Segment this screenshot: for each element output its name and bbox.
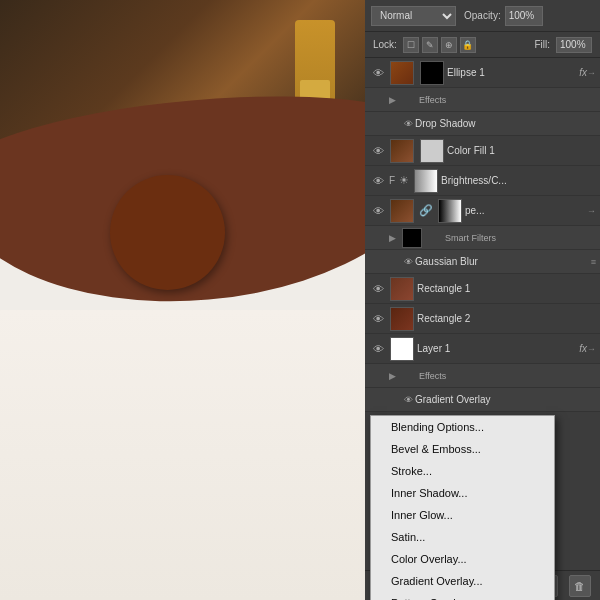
visibility-effects2[interactable]: ▶ [385, 369, 399, 383]
lock-move-btn[interactable]: ⊕ [441, 37, 457, 53]
visibility-smartfilters[interactable]: ▶ [385, 231, 399, 245]
thumb-mask-colorfill1 [420, 139, 444, 163]
effects-label-1: Effects [399, 95, 596, 105]
layer-row-effects1: ▶ Effects [365, 88, 600, 112]
visibility-effects1[interactable]: ▶ [385, 93, 399, 107]
lock-label: Lock: [373, 39, 397, 50]
effects-label-2: Effects [399, 371, 596, 381]
layer-name-brightness1: Brightness/C... [441, 175, 596, 186]
thumb-colorfill1 [390, 139, 414, 163]
fill-input[interactable] [556, 37, 592, 53]
menu-label-satin: Satin... [391, 531, 425, 543]
opacity-label: Opacity: [464, 10, 501, 21]
layer-name-layer1: Layer 1 [417, 343, 576, 354]
menu-label-color-overlay: Color Overlay... [391, 553, 467, 565]
canvas-area [0, 0, 365, 600]
menu-label-inner-glow: Inner Glow... [391, 509, 453, 521]
menu-item-bevel-emboss[interactable]: Bevel & Emboss... [371, 438, 554, 460]
ellipse-shape [110, 175, 225, 290]
thumb-mask-ellipse1 [420, 61, 444, 85]
visibility-ellipse1[interactable]: 👁 [369, 64, 387, 82]
menu-item-stroke[interactable]: Stroke... [371, 460, 554, 482]
thumb-pe1 [390, 199, 414, 223]
scroll-arrow-pe1: → [587, 206, 596, 216]
thumb-brightness1 [414, 169, 438, 193]
menu-item-satin[interactable]: Satin... [371, 526, 554, 548]
menu-label-bevel-emboss: Bevel & Emboss... [391, 443, 481, 455]
lock-pixels-btn[interactable]: ☐ [403, 37, 419, 53]
visibility-pe1[interactable]: 👁 [369, 202, 387, 220]
lock-all-btn[interactable]: 🔒 [460, 37, 476, 53]
menu-item-pattern-overlay[interactable]: Pattern Overlay... [371, 592, 554, 600]
layer-row-rect2[interactable]: 👁 Rectangle 2 [365, 304, 600, 334]
effect-name-dropshadow1: Drop Shadow [415, 118, 596, 129]
menu-item-gradient-overlay[interactable]: Gradient Overlay... [371, 570, 554, 592]
layer-row-effects2: ▶ Effects [365, 364, 600, 388]
visibility-brightness1[interactable]: 👁 [369, 172, 387, 190]
chain-icon-pe1: 🔗 [419, 204, 433, 217]
menu-label-stroke: Stroke... [391, 465, 432, 477]
visibility-colorfill1[interactable]: 👁 [369, 142, 387, 160]
menu-item-inner-glow[interactable]: Inner Glow... [371, 504, 554, 526]
layer-row-smartfilters: ▶ Smart Filters [365, 226, 600, 250]
layer-row-colorfill1[interactable]: 👁 Color Fill 1 [365, 136, 600, 166]
blend-opacity-bar: Normal Multiply Screen Opacity: [365, 0, 600, 32]
layer-row-ellipse1[interactable]: 👁 Ellipse 1 fx → [365, 58, 600, 88]
visibility-rect2[interactable]: 👁 [369, 310, 387, 328]
layer-row-rect1[interactable]: 👁 Rectangle 1 [365, 274, 600, 304]
context-menu: Blending Options... Bevel & Emboss... St… [370, 415, 555, 600]
menu-label-gradient-overlay: Gradient Overlay... [391, 575, 483, 587]
layer-row-gaussianblur[interactable]: 👁 Gaussian Blur ≡ [365, 250, 600, 274]
delete-layer-btn[interactable]: 🗑 [569, 575, 591, 597]
layer-name-rect1: Rectangle 1 [417, 283, 596, 294]
lock-position-btn[interactable]: ✎ [422, 37, 438, 53]
menu-item-inner-shadow[interactable]: Inner Shadow... [371, 482, 554, 504]
fx-badge-layer1: fx [579, 343, 587, 354]
special-icon-brightness: F [389, 175, 395, 186]
layer-row-layer1[interactable]: 👁 Layer 1 fx → [365, 334, 600, 364]
blend-mode-select[interactable]: Normal Multiply Screen [371, 6, 456, 26]
lock-icons-group: ☐ ✎ ⊕ 🔒 [403, 37, 476, 53]
thumb-rect1 [390, 277, 414, 301]
thumb-ellipse1 [390, 61, 414, 85]
thumb-smartfilters [402, 228, 422, 248]
layer-row-gradoverlay[interactable]: 👁 Gradient Overlay [365, 388, 600, 412]
thumb-layer1 [390, 337, 414, 361]
menu-label-blending-options: Blending Options... [391, 421, 484, 433]
menu-label-inner-shadow: Inner Shadow... [391, 487, 467, 499]
thumb-mask-pe1 [438, 199, 462, 223]
visibility-rect1[interactable]: 👁 [369, 280, 387, 298]
menu-item-blending-options[interactable]: Blending Options... [371, 416, 554, 438]
layer-row-pe1[interactable]: 👁 🔗 pe... → [365, 196, 600, 226]
effect-name-gradoverlay: Gradient Overlay [415, 394, 596, 405]
smartfilters-label: Smart Filters [425, 233, 596, 243]
thumb-rect2 [390, 307, 414, 331]
lock-bar: Lock: ☐ ✎ ⊕ 🔒 Fill: [365, 32, 600, 58]
layer-row-dropshadow1[interactable]: 👁 Drop Shadow [365, 112, 600, 136]
scroll-arrow-layer1: → [587, 344, 596, 354]
scroll-arrow-gaussianblur: ≡ [591, 257, 596, 267]
layer-name-pe1: pe... [465, 205, 587, 216]
visibility-gaussianblur[interactable]: 👁 [401, 255, 415, 269]
layer-row-brightness1[interactable]: 👁 F ☀ Brightness/C... [365, 166, 600, 196]
sun-icon-brightness: ☀ [399, 174, 409, 187]
effect-name-gaussianblur: Gaussian Blur [415, 256, 591, 267]
scroll-arrow-ellipse1: → [587, 68, 596, 78]
layer-name-rect2: Rectangle 2 [417, 313, 596, 324]
menu-item-color-overlay[interactable]: Color Overlay... [371, 548, 554, 570]
visibility-gradoverlay[interactable]: 👁 [401, 393, 415, 407]
visibility-dropshadow1[interactable]: 👁 [401, 117, 415, 131]
layer-name-ellipse1: Ellipse 1 [447, 67, 576, 78]
canvas-background [0, 310, 365, 600]
fx-badge-ellipse1: fx [579, 67, 587, 78]
visibility-layer1[interactable]: 👁 [369, 340, 387, 358]
fill-label: Fill: [534, 39, 550, 50]
opacity-input[interactable] [505, 6, 543, 26]
layer-name-colorfill1: Color Fill 1 [447, 145, 596, 156]
